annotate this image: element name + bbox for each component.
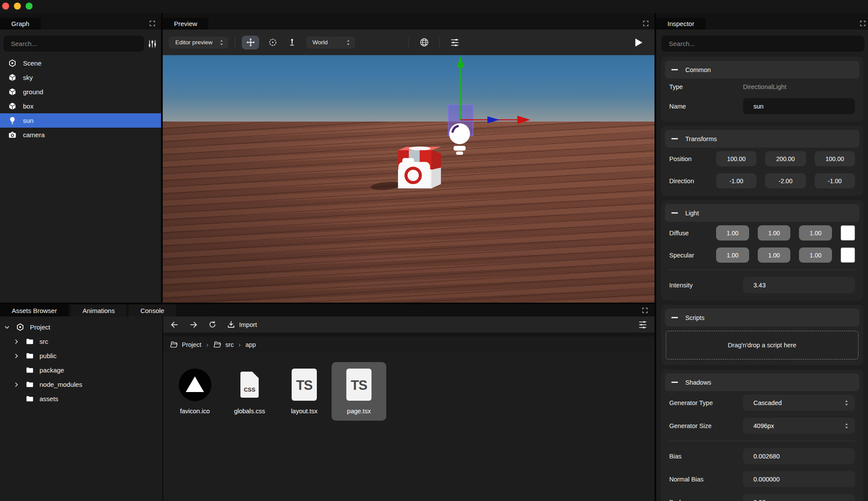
file-filter-icon[interactable]	[638, 320, 648, 330]
position-z-field[interactable]: 100.00	[815, 151, 855, 166]
graph-item-ground[interactable]: ground	[0, 85, 161, 99]
graph-item-sun[interactable]: sun	[0, 113, 161, 128]
minimize-window-button[interactable]	[14, 3, 21, 10]
graph-item-scene[interactable]: Scene	[0, 56, 161, 70]
forward-icon[interactable]	[189, 320, 198, 329]
tree-item-package[interactable]: package	[0, 363, 162, 377]
viewport-gizmos	[163, 55, 654, 303]
refresh-icon[interactable]	[208, 320, 217, 329]
graph-item-sky[interactable]: sky	[0, 70, 161, 85]
diffuse-g-field[interactable]: 1.00	[758, 225, 791, 241]
generator-type-select[interactable]: Cascaded	[743, 395, 855, 411]
file-grid: favicon.ico CSS globals.css TS layout.ts…	[163, 353, 654, 501]
tree-item-project[interactable]: Project	[0, 320, 162, 334]
chevron-right-icon[interactable]	[13, 381, 20, 388]
expand-icon[interactable]	[642, 20, 649, 27]
gizmo-z-arrowhead[interactable]	[487, 116, 500, 123]
tab-preview[interactable]: Preview	[163, 18, 208, 30]
script-dropzone[interactable]: Drag'n'drop a script here	[666, 331, 858, 359]
tab-graph[interactable]: Graph	[0, 18, 41, 30]
expand-icon[interactable]	[149, 20, 156, 27]
back-icon[interactable]	[170, 320, 179, 329]
section-common: Common Type DirectionalLight Name	[661, 57, 863, 122]
graph-panel-header: Graph	[0, 13, 161, 30]
breadcrumb-separator: ›	[238, 341, 240, 348]
tab-inspector[interactable]: Inspector	[656, 18, 706, 30]
close-window-button[interactable]	[2, 3, 9, 10]
specular-b-field[interactable]: 1.00	[799, 247, 832, 263]
breadcrumb-app[interactable]: app	[245, 341, 256, 348]
rotate-tool-button[interactable]	[264, 36, 281, 49]
play-button[interactable]	[633, 37, 644, 48]
position-x-field[interactable]: 100.00	[716, 151, 756, 166]
expand-icon[interactable]	[641, 307, 648, 314]
transform-space-dropdown[interactable]: World	[306, 36, 355, 49]
tab-console[interactable]: Console	[128, 304, 176, 316]
file-page-tsx[interactable]: TS page.tsx	[332, 362, 386, 421]
chevron-down-icon[interactable]	[3, 324, 10, 331]
tab-animations[interactable]: Animations	[71, 304, 126, 316]
darkness-field[interactable]	[743, 494, 855, 501]
inspector-search-input[interactable]	[661, 36, 865, 52]
specular-g-field[interactable]: 1.00	[758, 247, 791, 263]
generator-size-select[interactable]: 4096px	[743, 418, 855, 434]
diffuse-color-swatch[interactable]	[841, 225, 855, 241]
diffuse-b-field[interactable]: 1.00	[799, 225, 832, 241]
expand-icon[interactable]	[859, 20, 866, 27]
render-options-icon[interactable]	[446, 36, 464, 49]
tree-item-node-modules[interactable]: node_modules	[0, 377, 162, 392]
tab-assets-browser[interactable]: Assets Browser	[0, 304, 69, 316]
preview-toolbar: Editor preview World	[163, 30, 654, 55]
section-common-header[interactable]: Common	[665, 61, 859, 79]
specular-r-field[interactable]: 1.00	[716, 247, 749, 263]
chevron-right-icon[interactable]	[13, 353, 20, 359]
graph-filter-icon[interactable]	[148, 39, 157, 49]
project-tree: Project src	[0, 316, 163, 501]
section-light-header[interactable]: Light	[665, 204, 859, 222]
typescript-file-icon: TS	[346, 369, 372, 401]
breadcrumb-project[interactable]: Project	[170, 340, 201, 349]
scale-tool-button[interactable]	[285, 36, 299, 49]
specular-color-swatch[interactable]	[841, 247, 855, 263]
section-scripts-header[interactable]: Scripts	[665, 309, 859, 326]
environment-globe-icon[interactable]	[415, 36, 433, 49]
direction-z-field[interactable]: -1.00	[815, 173, 855, 188]
tree-item-assets[interactable]: assets	[0, 392, 162, 406]
type-value: DirectionalLight	[743, 83, 855, 90]
intensity-field[interactable]	[743, 277, 855, 293]
normal-bias-field[interactable]	[743, 471, 855, 487]
file-favicon-ico[interactable]: favicon.ico	[168, 362, 222, 421]
gizmo-y-arrowhead[interactable]	[457, 56, 464, 67]
name-field[interactable]	[743, 98, 855, 114]
camera-icon	[8, 131, 16, 139]
bias-field[interactable]	[743, 448, 855, 464]
section-shadows-header[interactable]: Shadows	[665, 373, 859, 391]
breadcrumb-src[interactable]: src	[213, 340, 233, 349]
chevron-right-icon[interactable]	[13, 338, 20, 345]
toolbar-divider	[408, 37, 409, 48]
file-globals-css[interactable]: CSS globals.css	[222, 362, 277, 421]
diffuse-r-field[interactable]: 1.00	[716, 225, 749, 241]
light-bulb-gizmo-icon[interactable]	[449, 123, 470, 144]
position-y-field[interactable]: 200.00	[765, 151, 806, 166]
direction-y-field[interactable]: -2.00	[765, 173, 806, 188]
graph-item-camera[interactable]: camera	[0, 128, 161, 142]
import-button[interactable]: Import	[227, 320, 257, 329]
darkness-label: Darkness	[669, 499, 734, 501]
move-tool-button[interactable]	[242, 36, 259, 49]
tree-item-public[interactable]: public	[0, 349, 162, 363]
maximize-window-button[interactable]	[26, 3, 33, 10]
gizmo-x-arrowhead[interactable]	[517, 116, 530, 124]
editor-preview-dropdown[interactable]: Editor preview	[169, 36, 228, 49]
graph-item-box[interactable]: box	[0, 99, 161, 113]
direction-label: Direction	[669, 178, 707, 185]
file-browser-toolbar: Import	[163, 316, 654, 333]
tree-item-src[interactable]: src	[0, 334, 162, 349]
scene-viewport[interactable]	[163, 55, 654, 303]
collapse-icon	[671, 317, 678, 318]
graph-search-input[interactable]	[3, 36, 144, 52]
direction-x-field[interactable]: -1.00	[716, 173, 756, 188]
section-transforms-header[interactable]: Transforms	[665, 130, 859, 148]
file-layout-tsx[interactable]: TS layout.tsx	[277, 362, 332, 421]
collapse-icon	[671, 212, 678, 213]
